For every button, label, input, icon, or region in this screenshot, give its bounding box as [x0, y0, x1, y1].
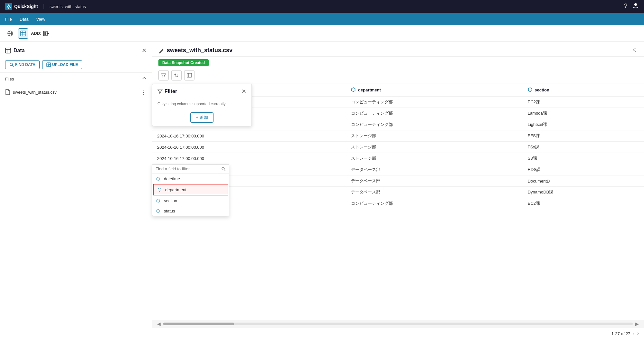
next-page-icon[interactable]: › [637, 331, 639, 336]
datetime-field-icon: ⬡ [156, 176, 161, 181]
col-department: ⬡ department [346, 83, 522, 96]
pagination-text: 1-27 of 27 [611, 331, 630, 336]
svg-point-19 [10, 63, 13, 66]
scroll-right-icon[interactable]: ▶ [635, 321, 639, 326]
filter-toolbar-btn[interactable] [158, 70, 169, 80]
edit-icon [158, 48, 164, 53]
columns-toolbar-btn[interactable] [184, 70, 194, 80]
menu-view[interactable]: View [36, 17, 45, 22]
scroll-track[interactable] [163, 323, 633, 325]
close-panel-icon[interactable]: ✕ [142, 47, 147, 54]
svg-rect-16 [5, 48, 11, 53]
menu-file[interactable]: File [5, 17, 12, 22]
cell-department: コンピューティング部 [346, 198, 522, 209]
find-data-label: FIND DATA [15, 62, 35, 67]
field-item-department[interactable]: ⬡ department [153, 184, 228, 195]
cell-section: S3課 [523, 153, 644, 164]
svg-point-29 [222, 167, 224, 170]
panel-title: Data [5, 48, 25, 53]
find-data-button[interactable]: FIND DATA [5, 60, 40, 69]
section-field-icon: ⬡ [156, 198, 161, 203]
left-panel: Data ✕ FIND DATA UPLOAD FILE Files sweet… [0, 42, 152, 339]
menu-bar: File Data View [0, 13, 644, 25]
cell-datetime: 2024-10-16 17:00:00.000 [152, 153, 346, 164]
svg-line-30 [224, 170, 225, 171]
content-title-text: sweets_with_status.csv [167, 47, 232, 54]
field-dropdown: ⬡ datetime ⬡ department ⬡ section ⬡ stat… [152, 164, 229, 216]
field-item-datetime[interactable]: ⬡ datetime [152, 174, 229, 184]
field-item-status[interactable]: ⬡ status [152, 206, 229, 216]
cell-section: DocumentD [523, 175, 644, 187]
panel-title-text: Data [14, 48, 25, 53]
content-header: sweets_with_status.csv [152, 42, 644, 57]
scroll-left-icon[interactable]: ◀ [157, 321, 161, 326]
dataset-icon[interactable] [18, 28, 28, 39]
status-field-icon: ⬡ [156, 208, 161, 213]
pagination: 1-27 of 27 ‹ › [152, 328, 644, 339]
filter-add-button[interactable]: + 追加 [190, 112, 213, 123]
menu-data[interactable]: Data [20, 17, 28, 22]
sort-toolbar-btn[interactable] [171, 70, 182, 80]
filter-icon [157, 89, 163, 94]
cell-department: データベース部 [346, 164, 522, 175]
svg-rect-0 [5, 3, 12, 10]
cell-section: Lambda課 [523, 108, 644, 119]
cell-department: データベース部 [346, 175, 522, 187]
filter-close-icon[interactable]: ✕ [242, 88, 246, 95]
filter-add-container: + 追加 [152, 109, 251, 126]
help-icon[interactable]: ? [624, 3, 627, 11]
collapse-files-icon[interactable] [142, 76, 147, 82]
files-label: Files [5, 77, 14, 81]
cell-section: EFS課 [523, 130, 644, 142]
filter-title: Filter [157, 89, 177, 94]
filter-panel: Filter ✕ Only string columns supported c… [152, 84, 252, 126]
panel-header: Data ✕ [0, 42, 152, 57]
top-bar: QuickSight | sweets_with_status ? [0, 0, 644, 13]
app-title: sweets_with_status [50, 4, 86, 9]
cell-department: コンピューティング部 [346, 108, 522, 119]
collapse-right-icon[interactable] [632, 47, 638, 54]
content-title: sweets_with_status.csv [158, 47, 232, 54]
cell-department: コンピューティング部 [346, 119, 522, 130]
file-menu-icon[interactable]: ⋮ [141, 89, 147, 96]
quicksight-logo-icon [5, 3, 12, 10]
snapshot-badge: Data Snapshot Created [158, 59, 209, 66]
cell-section: EC2課 [523, 96, 644, 108]
file-item[interactable]: sweets_with_status.csv ⋮ [0, 85, 152, 99]
cell-department: データベース部 [346, 187, 522, 198]
scroll-area[interactable]: ◀ ▶ [152, 320, 644, 328]
table-row: 2024-10-16 17:00:00.000ストレージ部EFS課 [152, 130, 644, 142]
cell-department: ストレージ部 [346, 130, 522, 142]
cell-department: ストレージ部 [346, 142, 522, 153]
upload-file-label: UPLOAD FILE [52, 62, 78, 67]
cell-section: Lightsail課 [523, 119, 644, 130]
cell-department: コンピューティング部 [346, 96, 522, 108]
content-toolbar [152, 69, 644, 83]
app-name: QuickSight [14, 4, 38, 9]
cell-department: ストレージ部 [346, 153, 522, 164]
filter-subtitle: Only string columns supported currently [152, 99, 251, 109]
section-col-icon: ⬡ [528, 87, 532, 92]
department-field-label: department [165, 187, 186, 192]
svg-rect-26 [187, 73, 192, 77]
upload-file-button[interactable]: UPLOAD FILE [42, 60, 82, 69]
datetime-field-label: datetime [164, 176, 180, 181]
cell-section: RDS課 [523, 164, 644, 175]
cell-section: EC2課 [523, 198, 644, 209]
field-item-section[interactable]: ⬡ section [152, 195, 229, 206]
status-field-label: status [164, 209, 175, 213]
file-icon [5, 89, 10, 95]
prev-page-icon[interactable]: ‹ [633, 331, 634, 336]
field-search [152, 165, 229, 174]
data-sources-icon[interactable] [5, 28, 15, 39]
main-toolbar: ADD: [0, 25, 644, 42]
add-toolbar[interactable]: ADD: [31, 30, 49, 37]
app-logo: QuickSight [5, 3, 38, 10]
cell-datetime: 2024-10-16 17:00:00.000 [152, 142, 346, 153]
field-search-input[interactable] [156, 166, 219, 171]
cell-section: FSx課 [523, 142, 644, 153]
user-icon[interactable] [632, 3, 639, 11]
cell-datetime: 2024-10-16 17:00:00.000 [152, 130, 346, 142]
table-row: 2024-10-16 17:00:00.000ストレージ部S3課 [152, 153, 644, 164]
department-field-icon: ⬡ [157, 187, 163, 192]
